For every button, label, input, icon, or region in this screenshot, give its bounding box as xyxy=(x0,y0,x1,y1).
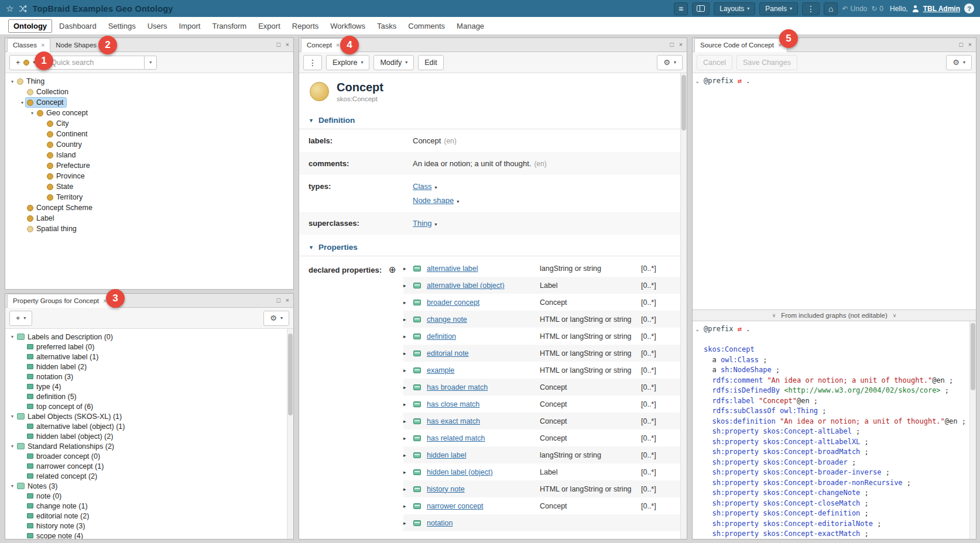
tree-item-broader-concept-0[interactable]: broader concept (0) xyxy=(5,451,293,461)
tab-property-groups[interactable]: Property Groups for Concept × xyxy=(7,294,112,308)
editable-source-editor[interactable]: ▸@prefix ⇄ . xyxy=(693,73,976,310)
scrollbar[interactable] xyxy=(969,321,976,539)
scrollbar-thumb[interactable] xyxy=(971,323,975,390)
collapse-icon[interactable]: ▾ xyxy=(29,111,36,116)
close-panel-icon[interactable]: × xyxy=(286,42,289,48)
expand-property-icon[interactable]: ▸ xyxy=(403,469,413,475)
panels-button[interactable]: Panels▾ xyxy=(759,2,798,15)
quick-search-input[interactable] xyxy=(46,56,144,70)
menu-item-import[interactable]: Import xyxy=(174,20,205,32)
collapse-icon[interactable]: ▾ xyxy=(9,414,16,419)
expand-property-icon[interactable]: ▸ xyxy=(403,401,413,407)
tree-item-country[interactable]: Country xyxy=(5,139,293,150)
favorite-star-icon[interactable]: ☆ xyxy=(6,4,13,13)
tree-item-prefecture[interactable]: Prefecture xyxy=(5,160,293,171)
expand-property-icon[interactable]: ▸ xyxy=(403,503,413,509)
tree-item-concept[interactable]: ▾Concept xyxy=(5,97,293,108)
menu-item-tasks[interactable]: Tasks xyxy=(372,20,401,32)
search-dropdown-button[interactable]: ▾ xyxy=(144,56,157,70)
menu-item-settings[interactable]: Settings xyxy=(104,20,141,32)
property-link-history-note[interactable]: history note xyxy=(427,485,540,493)
tree-item-type-4[interactable]: type (4) xyxy=(5,382,293,391)
expand-property-icon[interactable]: ▸ xyxy=(403,300,413,305)
expand-property-icon[interactable]: ▸ xyxy=(403,384,413,390)
expand-property-icon[interactable]: ▸ xyxy=(403,520,413,526)
tree-item-label[interactable]: Label xyxy=(5,213,293,224)
tree-item-label-objects-skos-xl-1[interactable]: ▾Label Objects (SKOS-XL) (1) xyxy=(5,411,293,421)
tree-item-notes-3[interactable]: ▾Notes (3) xyxy=(5,481,293,491)
scrollbar[interactable] xyxy=(680,73,687,539)
switch-collection-icon[interactable] xyxy=(19,5,27,12)
close-icon[interactable]: × xyxy=(41,42,44,49)
redo-button[interactable]: ↻0 xyxy=(871,5,883,13)
property-link-alternative-label[interactable]: alternative label xyxy=(427,264,540,273)
tree-item-continent[interactable]: Continent xyxy=(5,129,293,139)
tree-item-note-0[interactable]: note (0) xyxy=(5,491,293,501)
maximize-panel-icon[interactable]: □ xyxy=(960,42,963,48)
main-menu-button[interactable]: ≡ xyxy=(674,2,688,15)
tree-item-notation-3[interactable]: notation (3) xyxy=(5,372,293,382)
expand-property-icon[interactable]: ▸ xyxy=(403,334,413,339)
form-menu-button[interactable]: ⋮ xyxy=(303,55,322,70)
expand-property-icon[interactable]: ▸ xyxy=(403,486,413,492)
menu-item-ontology[interactable]: Ontology xyxy=(8,19,52,33)
add-property-group-button[interactable]: + ▾ xyxy=(9,311,32,326)
property-link-broader-concept[interactable]: broader concept xyxy=(427,298,540,307)
expand-property-icon[interactable]: ▸ xyxy=(403,435,413,441)
close-panel-icon[interactable]: × xyxy=(679,42,683,48)
menu-item-reports[interactable]: Reports xyxy=(287,20,324,32)
property-link-hidden-label[interactable]: hidden label xyxy=(427,451,540,459)
help-button[interactable]: ? xyxy=(964,4,974,13)
tree-item-alternative-label-object-1[interactable]: alternative label (object) (1) xyxy=(5,421,293,431)
tree-item-top-concept-of-6[interactable]: top concept of (6) xyxy=(5,401,293,411)
add-property-button[interactable]: ⊕ xyxy=(389,264,396,275)
tree-item-labels-and-description-0[interactable]: ▾Labels and Description (0) xyxy=(5,332,293,342)
save-changes-button[interactable]: Save Changes xyxy=(736,55,797,70)
panel-settings-button[interactable]: ⚙ ▾ xyxy=(657,55,683,70)
collapse-icon[interactable]: ▾ xyxy=(19,100,26,105)
prefix-swap-icon[interactable]: ⇄ xyxy=(738,325,742,333)
included-graphs-divider[interactable]: ∨ From included graphs (not editable) ∨ xyxy=(693,310,976,321)
tree-item-alternative-label-1[interactable]: alternative label (1) xyxy=(5,352,293,362)
collapse-section-icon[interactable]: ▼ xyxy=(309,118,314,123)
link-node-shape[interactable]: Node shape xyxy=(413,196,454,205)
fold-arrow-icon[interactable]: ▸ xyxy=(696,77,699,88)
close-panel-icon[interactable]: × xyxy=(286,297,289,304)
property-link-change-note[interactable]: change note xyxy=(427,315,540,324)
tab-classes[interactable]: Classes × xyxy=(7,38,50,52)
expand-property-icon[interactable]: ▸ xyxy=(403,350,413,356)
collapse-icon[interactable]: ▾ xyxy=(9,79,16,84)
chevron-down-icon[interactable]: ▾ xyxy=(435,222,437,227)
property-link-has-close-match[interactable]: has close match xyxy=(427,400,540,408)
modify-button[interactable]: Modify ▾ xyxy=(374,55,414,70)
property-link-hidden-label-object[interactable]: hidden label (object) xyxy=(427,468,540,476)
tree-item-thing[interactable]: ▾Thing xyxy=(5,76,293,87)
cancel-button[interactable]: Cancel xyxy=(697,55,732,70)
menu-item-users[interactable]: Users xyxy=(143,20,172,32)
tree-item-hidden-label-object-2[interactable]: hidden label (object) (2) xyxy=(5,431,293,441)
property-link-example[interactable]: example xyxy=(427,366,540,374)
expand-property-icon[interactable]: ▸ xyxy=(403,317,413,322)
chevron-down-icon[interactable]: ▾ xyxy=(435,185,437,190)
more-options-button[interactable]: ⋮ xyxy=(802,2,820,15)
tree-item-concept-scheme[interactable]: Concept Scheme xyxy=(5,202,293,213)
user-menu-link[interactable]: TBL Admin xyxy=(923,5,960,13)
collapse-icon[interactable]: ▾ xyxy=(9,483,16,489)
menu-item-workflows[interactable]: Workflows xyxy=(325,20,370,32)
tree-item-province[interactable]: Province xyxy=(5,171,293,181)
undo-button[interactable]: ↶Undo xyxy=(842,5,867,13)
tree-item-hidden-label-2[interactable]: hidden label (2) xyxy=(5,362,293,372)
tree-item-standard-relationships-2[interactable]: ▾Standard Relationships (2) xyxy=(5,441,293,451)
expand-property-icon[interactable]: ▸ xyxy=(403,418,413,424)
home-button[interactable]: ⌂ xyxy=(824,2,838,15)
tree-item-definition-5[interactable]: definition (5) xyxy=(5,391,293,401)
tree-item-island[interactable]: Island xyxy=(5,150,293,160)
chevron-down-icon[interactable]: ▾ xyxy=(457,199,459,204)
tab-source-code[interactable]: Source Code of Concept × xyxy=(694,38,787,52)
property-link-has-exact-match[interactable]: has exact match xyxy=(427,417,540,425)
expand-property-icon[interactable]: ▸ xyxy=(403,283,413,288)
property-link-definition[interactable]: definition xyxy=(427,332,540,341)
tree-item-editorial-note-2[interactable]: editorial note (2) xyxy=(5,511,293,521)
layouts-button[interactable]: Layouts▾ xyxy=(714,2,755,15)
tree-item-history-note-3[interactable]: history note (3) xyxy=(5,521,293,531)
